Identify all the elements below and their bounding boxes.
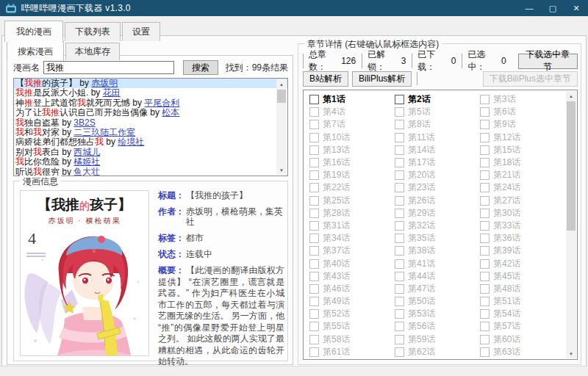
results-scrollbar[interactable]: ▲ ▼ [276, 79, 287, 175]
tab-download-list[interactable]: 下载列表 [65, 22, 121, 41]
app-icon [5, 4, 17, 13]
scroll-down-icon[interactable]: ▼ [566, 349, 576, 358]
chapter-label: 第46话 [323, 283, 350, 295]
cover-title: 【我推的孩子】 [21, 195, 148, 214]
chapter-label: 第26话 [408, 195, 435, 207]
tab-my-manga[interactable]: 我的漫画 [4, 21, 63, 42]
chapter-checkbox [480, 158, 490, 167]
chapter-item: 第33话 [480, 220, 561, 232]
author-link[interactable]: 鱼大壮 [74, 167, 100, 176]
chapter-checkbox [309, 272, 319, 281]
result-text: 我 [15, 128, 24, 137]
chapter-checkbox [480, 322, 490, 331]
scroll-up-icon[interactable]: ▲ [566, 91, 576, 101]
close-button[interactable]: ✕ [564, 0, 588, 16]
search-result-row[interactable]: 病娇徒弟们都想独占我 by 绘境社 [14, 137, 287, 147]
field-status: 状态： 连载中 [158, 249, 284, 259]
result-text: 我推 [42, 108, 60, 118]
chapter-checkbox [309, 284, 319, 294]
result-text: 我 [95, 137, 104, 147]
search-result-row[interactable]: 【我推的孩子】 by 赤坂明 [14, 79, 287, 88]
chapter-item[interactable]: 第2话 [395, 93, 480, 106]
author-link[interactable]: 松本 [162, 108, 179, 118]
chapter-item[interactable]: 第1话 [309, 93, 395, 106]
chapter-checkbox [480, 234, 490, 243]
chapter-label: 第14话 [408, 144, 435, 156]
chapter-scrollbar[interactable]: ▲ ▼ [566, 91, 576, 358]
author-link[interactable]: 橘姬社 [74, 157, 100, 167]
chapter-label: 第60话 [493, 333, 520, 346]
result-text: 我 [77, 98, 86, 108]
minimize-button[interactable]: — [517, 0, 541, 16]
result-text: by [104, 137, 118, 147]
chapter-checkbox [480, 209, 490, 218]
subtab-local-library[interactable]: 本地库存 [65, 43, 120, 60]
chapter-scroll-thumb[interactable] [567, 101, 576, 231]
author-link[interactable]: 平尾合利 [144, 98, 179, 108]
chapter-item: 第55话 [309, 320, 395, 333]
result-text: 和 [24, 128, 33, 137]
download-selected-button[interactable]: 下载选中章节 [518, 54, 578, 69]
parse-biliplus-button[interactable]: BiliPlus解析 [352, 71, 412, 87]
search-result-row[interactable]: 别对我表白 by 西城儿 [14, 148, 287, 157]
chapter-label: 第11话 [408, 131, 434, 144]
scroll-down-icon[interactable]: ▼ [276, 165, 287, 175]
separator [417, 72, 417, 85]
chapter-stats-row: 总章数：126 已解锁：3 已下载：0 已选中：0 下载选中章节 [303, 53, 578, 69]
chapter-checkbox [309, 234, 319, 243]
chapter-item: 第42话 [480, 257, 561, 270]
chapter-checkbox [480, 95, 490, 104]
chapter-checkbox [309, 196, 319, 206]
maximize-button[interactable]: ▢ [541, 0, 564, 16]
manga-summary: 概要： 【此漫画的翻译由版权方提供】 “在演艺圈里，谎言就是武器。” 作为妇产科… [158, 265, 284, 368]
search-result-row[interactable]: 为了让我推认识自己而开始当偶像 by 松本 [14, 108, 287, 118]
chapter-label: 第50话 [408, 295, 435, 308]
chapter-checkbox[interactable] [309, 95, 319, 104]
search-result-row[interactable]: 我独自盗墓 by 3B2S [14, 118, 287, 128]
chapter-checkbox[interactable] [395, 95, 404, 104]
search-button[interactable]: 搜索 [183, 60, 218, 75]
search-result-row[interactable]: 我比你危险 by 橘姬社 [14, 157, 287, 167]
scroll-up-icon[interactable]: ▲ [276, 79, 287, 89]
chapter-checkbox [395, 209, 404, 218]
chapter-label: 第28话 [323, 207, 350, 220]
chapter-label: 第23话 [408, 181, 435, 194]
chapter-checkbox [309, 322, 319, 331]
chapter-checkbox [309, 107, 319, 117]
author-link[interactable]: 赤坂明 [91, 79, 118, 88]
chapter-label: 第59话 [408, 333, 435, 346]
author-link[interactable]: 西城儿 [74, 148, 100, 157]
chapter-checkbox [480, 259, 490, 269]
chapter-checkbox [480, 246, 490, 256]
search-results-list[interactable]: 【我推的孩子】 by 赤坂明我推是反派大小姐. by 花田神推登上武道馆我就死而… [13, 78, 288, 176]
parse-bilibili-button[interactable]: B站解析 [303, 71, 348, 87]
chapter-label: 第63话 [493, 346, 520, 358]
tab-settings[interactable]: 设置 [122, 22, 160, 41]
chapter-label: 第22话 [323, 181, 350, 194]
chapter-label: 第32话 [408, 220, 435, 232]
result-text: 是反派大小姐. by [33, 88, 103, 98]
search-result-row[interactable]: 神推登上武道馆我就死而无憾 by 平尾合利 [14, 98, 287, 108]
chapter-checkbox [395, 183, 404, 192]
subtab-search-manga[interactable]: 搜索漫画 [7, 41, 64, 61]
stat-downloaded: 已下载：0 [412, 54, 462, 68]
chapter-checkbox [309, 133, 319, 142]
author-link[interactable]: 3B2S [74, 118, 95, 128]
search-input[interactable] [43, 61, 174, 74]
chapter-label: 第47话 [408, 283, 435, 295]
chapter-list[interactable]: 第1话第2话第3话第4话第5话第6话第7话第8话第9话第10话第11话第12话第… [303, 90, 578, 360]
author-link[interactable]: 二三玖陆工作室 [74, 128, 135, 137]
author-link[interactable]: 绘境社 [118, 137, 144, 147]
chapter-checkbox [480, 133, 490, 142]
chapter-checkbox [395, 133, 404, 142]
chapter-item: 第37话 [309, 245, 395, 257]
author-link[interactable]: 花田 [103, 88, 121, 98]
chapter-label: 第41话 [408, 258, 435, 270]
chapter-item: 第49话 [309, 295, 395, 308]
chapter-item: 第17话 [395, 156, 480, 169]
search-result-row[interactable]: 我推是反派大小姐. by 花田 [14, 88, 287, 98]
result-text: 【 [15, 79, 24, 88]
search-result-row[interactable]: 我和我对家 by 二三玖陆工作室 [14, 128, 287, 137]
results-scroll-thumb[interactable] [277, 90, 286, 103]
chapter-item: 第29话 [395, 207, 480, 220]
